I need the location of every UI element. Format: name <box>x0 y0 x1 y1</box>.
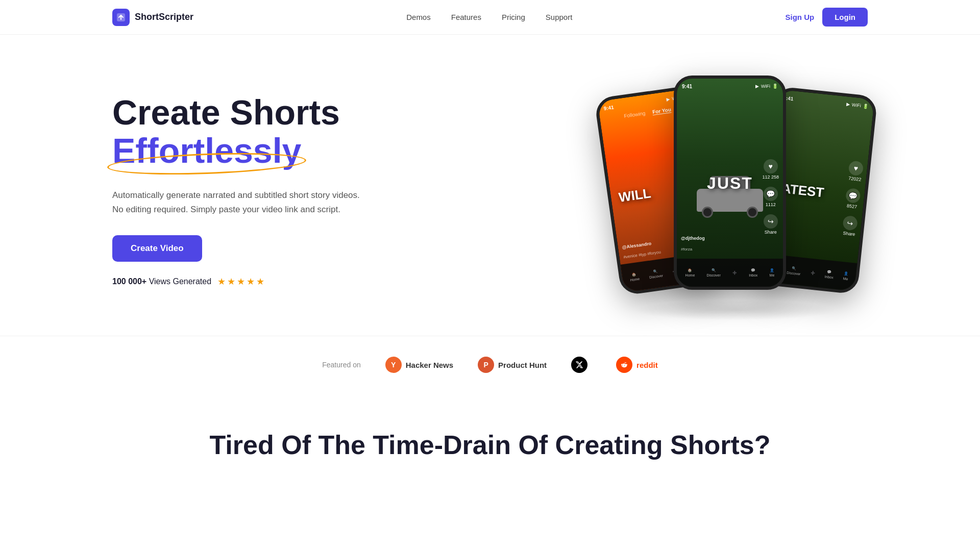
navbar: ShortScripter Demos Features Pricing Sup… <box>0 0 980 35</box>
phone-right-sidebar: ♥ 72022 💬 8527 ↪ Share <box>842 161 864 237</box>
nav-actions: Sign Up Login <box>786 8 868 27</box>
car-top <box>709 176 750 191</box>
hacker-news-link[interactable]: Y Hacker News <box>385 357 453 373</box>
nav-pricing[interactable]: Pricing <box>502 13 525 21</box>
hero-title: Create Shorts Effortlessly <box>112 93 368 170</box>
star-2: ★ <box>227 276 235 287</box>
car-wheel-left <box>702 207 713 218</box>
create-icon: ➕ <box>732 271 737 275</box>
home-icon: 🏠Home <box>685 268 695 277</box>
hero-title-line1: Create Shorts <box>112 93 340 132</box>
phone-main-topbar: 9:41 ▶WiFi🔋 <box>677 79 783 94</box>
phone-main-time: 9:41 <box>682 84 692 89</box>
share-icon: ↪ <box>764 214 778 229</box>
phone-main-status: ▶WiFi🔋 <box>755 84 778 89</box>
hero-stats: 100 000+ Views Generated ★ ★ ★ ★ ★ <box>112 276 368 287</box>
hackernews-logo: Y <box>385 357 402 373</box>
phone-right-topbar: 9:41 ▶WiFi🔋 <box>777 89 874 114</box>
car-body <box>697 189 763 212</box>
signup-button[interactable]: Sign Up <box>786 13 815 21</box>
inbox-icon: 💬Inbox <box>749 268 757 277</box>
phone-left-time: 9:41 <box>603 104 614 111</box>
reddit-link[interactable]: reddit <box>616 357 658 373</box>
producthunt-logo: P <box>478 357 494 373</box>
share-count: Share <box>765 230 777 235</box>
like-button: ♥ 112 258 <box>762 159 779 180</box>
phone-main: 9:41 ▶WiFi🔋 ♥ 112 258 <box>674 76 786 290</box>
phone-car <box>697 189 763 224</box>
producthunt-name: Product Hunt <box>498 361 547 369</box>
me-icon: 👤Me <box>770 268 775 277</box>
star-5: ★ <box>256 276 264 287</box>
featured-label: Featured on <box>322 361 361 369</box>
bottom-title: Tired Of The Time-Drain Of Creating Shor… <box>112 429 868 461</box>
x-link[interactable] <box>571 357 592 373</box>
phone-sidebar: ♥ 112 258 💬 1112 ↪ Share <box>762 159 779 235</box>
phone-screen-main: 9:41 ▶WiFi🔋 ♥ 112 258 <box>677 79 783 287</box>
hero-section: Create Shorts Effortlessly Automatically… <box>0 35 980 336</box>
reddit-name: reddit <box>636 361 658 369</box>
nav-features[interactable]: Features <box>451 13 481 21</box>
nav-links: Demos Features Pricing Support <box>406 13 572 22</box>
product-hunt-link[interactable]: P Product Hunt <box>478 357 547 373</box>
star-4: ★ <box>247 276 255 287</box>
phone-main-hashtags: #forza <box>681 247 692 252</box>
right-share: ↪ Share <box>842 215 858 237</box>
create-video-button[interactable]: Create Video <box>112 235 202 262</box>
hero-subtitle: Automatically generate narrated and subt… <box>112 188 368 217</box>
right-like: ♥ 72022 <box>847 161 864 183</box>
hero-stars: ★ ★ ★ ★ ★ <box>217 276 264 287</box>
hero-content: Create Shorts Effortlessly Automatically… <box>112 93 368 287</box>
right-comment: 💬 8527 <box>845 188 861 210</box>
nav-support[interactable]: Support <box>546 13 573 21</box>
bottom-section: Tired Of The Time-Drain Of Creating Shor… <box>0 393 980 481</box>
heart-icon: ♥ <box>764 159 778 173</box>
hero-stats-text: 100 000+ Views Generated <box>112 277 211 286</box>
logo-text: ShortScripter <box>135 12 193 22</box>
hackernews-name: Hacker News <box>406 361 453 369</box>
discover-icon: 🔍Discover <box>707 268 721 277</box>
featured-section: Featured on Y Hacker News P Product Hunt… <box>0 336 980 393</box>
login-button[interactable]: Login <box>822 8 868 27</box>
star-3: ★ <box>237 276 245 287</box>
hero-title-highlight: Effortlessly <box>112 132 301 170</box>
share-button: ↪ Share <box>764 214 778 235</box>
phone-right-status: ▶WiFi🔋 <box>846 102 869 109</box>
phones-shadow <box>633 300 837 320</box>
reddit-logo <box>616 357 632 373</box>
logo-icon <box>112 9 130 26</box>
phone-left-username: @Alessandro <box>622 241 652 250</box>
phone-mockups: 9:41 ▶WiFi🔋 Following For You @Alessandr… <box>602 65 868 315</box>
logo-link[interactable]: ShortScripter <box>112 9 193 26</box>
nav-demos[interactable]: Demos <box>406 13 431 21</box>
star-1: ★ <box>217 276 226 287</box>
phone-left-hashtags: #venice #typ #foryou <box>623 249 661 259</box>
x-logo <box>571 357 587 373</box>
phone-main-username: @djthedog <box>681 236 705 241</box>
car-wheel-right <box>747 207 758 218</box>
phone-main-bottombar: 🏠Home 🔍Discover ➕ 💬Inbox 👤Me <box>677 259 783 287</box>
comment-button: 💬 1112 <box>764 187 778 207</box>
comment-icon: 💬 <box>764 187 778 201</box>
